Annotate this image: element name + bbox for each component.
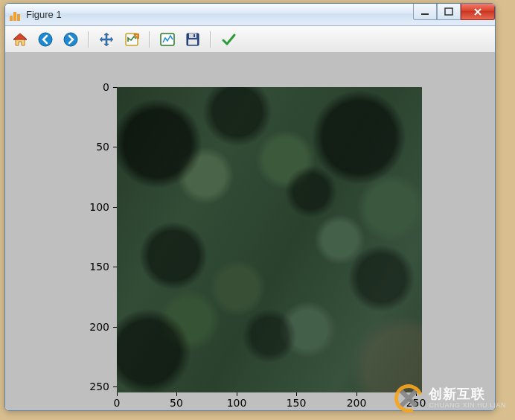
watermark-cn: 创新互联 (429, 387, 506, 402)
xtick-label: 50 (170, 397, 183, 409)
window-buttons (413, 4, 495, 20)
pan-icon (98, 31, 115, 48)
ytick-label: 0 (80, 81, 109, 93)
toolbar (5, 26, 495, 53)
ytick-label: 50 (80, 141, 109, 153)
save-button[interactable] (182, 29, 203, 50)
maximize-button[interactable] (437, 4, 461, 20)
ytick-label: 150 (80, 261, 109, 273)
plot-area: 0 50 100 150 200 250 0 50 100 150 200 25… (10, 57, 490, 406)
check-icon (220, 31, 237, 48)
svg-rect-11 (188, 39, 197, 45)
separator (147, 29, 153, 50)
xtick-label: 200 (347, 397, 367, 409)
ytick-label: 250 (80, 381, 109, 392)
zoom-icon (124, 31, 140, 48)
svg-rect-9 (189, 34, 196, 38)
zoom-button[interactable] (121, 29, 142, 50)
window-title: Figure 1 (26, 9, 62, 20)
svg-rect-1 (445, 8, 452, 15)
back-button[interactable] (35, 29, 56, 50)
edit-button[interactable] (218, 29, 239, 50)
forward-icon (63, 31, 79, 48)
figure-window: Figure 1 (4, 3, 496, 411)
xtick-label: 0 (114, 397, 121, 409)
ytick-label: 200 (80, 321, 109, 333)
home-icon (12, 31, 28, 48)
pan-button[interactable] (96, 29, 117, 50)
watermark-en: CHUANG XIN HU LIAN (429, 402, 506, 410)
separator (208, 29, 214, 50)
svg-rect-0 (421, 13, 429, 15)
forward-button[interactable] (60, 29, 81, 50)
svg-marker-3 (13, 34, 27, 39)
ytick-label: 100 (80, 201, 109, 213)
watermark-logo-icon (394, 384, 423, 413)
xtick-label: 100 (227, 397, 247, 409)
axes[interactable]: 0 50 100 150 200 250 0 50 100 150 200 25… (117, 87, 422, 392)
close-button[interactable] (461, 4, 495, 20)
subplots-button[interactable] (157, 29, 178, 50)
subplots-icon (159, 31, 176, 48)
image-plot (117, 87, 422, 392)
app-icon (10, 9, 22, 21)
titlebar[interactable]: Figure 1 (5, 4, 495, 26)
svg-rect-10 (193, 34, 195, 37)
figure-canvas[interactable]: 0 50 100 150 200 250 0 50 100 150 200 25… (5, 53, 495, 410)
watermark-text: 创新互联 CHUANG XIN HU LIAN (429, 387, 506, 410)
minimize-button[interactable] (413, 4, 437, 20)
xtick-label: 150 (287, 397, 307, 409)
separator (86, 29, 92, 50)
save-icon (185, 31, 201, 48)
watermark: 创新互联 CHUANG XIN HU LIAN (394, 384, 506, 413)
back-icon (37, 31, 54, 48)
home-button[interactable] (10, 29, 31, 50)
svg-point-5 (64, 33, 77, 46)
svg-point-4 (39, 33, 52, 46)
